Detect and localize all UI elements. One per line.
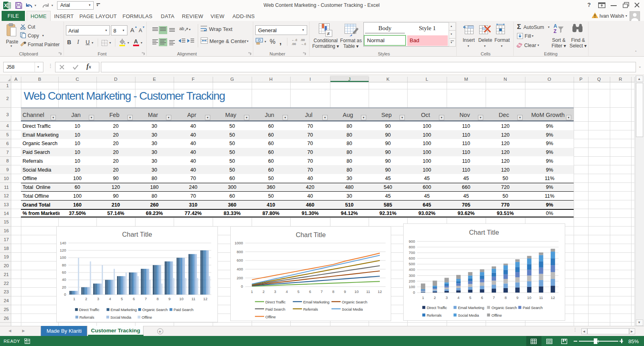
svg-text:900: 900 (409, 239, 415, 244)
svg-text:300: 300 (409, 273, 415, 278)
svg-text:800: 800 (409, 245, 415, 249)
svg-text:B: B (38, 77, 41, 82)
svg-text:4: 4 (457, 295, 459, 300)
svg-text:K: K (386, 77, 390, 82)
svg-text:9: 9 (344, 289, 346, 294)
svg-text:12: 12 (378, 289, 382, 294)
svg-text:1: 1 (73, 297, 75, 301)
svg-text:A: A (554, 23, 557, 29)
svg-text:200: 200 (237, 276, 243, 280)
svg-text:700: 700 (409, 250, 415, 255)
svg-text:7: 7 (6, 150, 9, 155)
svg-text:Referrals: Referrals (303, 307, 318, 311)
svg-text:120: 120 (60, 248, 66, 252)
svg-text:.00: .00 (300, 38, 305, 42)
svg-text:8: 8 (6, 158, 9, 163)
svg-text:X: X (4, 3, 8, 8)
svg-text:2: 2 (434, 295, 436, 300)
svg-text:11: 11 (366, 289, 370, 294)
svg-text:600: 600 (237, 258, 243, 262)
svg-text:100: 100 (60, 255, 66, 260)
svg-text:60: 60 (62, 270, 66, 274)
svg-text:8: 8 (505, 295, 507, 300)
svg-text:6: 6 (309, 289, 311, 294)
svg-text:H: H (269, 77, 273, 82)
svg-text:Email Marketing: Email Marketing (111, 307, 137, 312)
svg-text:200: 200 (409, 279, 415, 283)
svg-text:Paid Search: Paid Search (174, 307, 194, 312)
svg-text:25: 25 (4, 307, 9, 312)
svg-text:9: 9 (6, 167, 9, 172)
svg-text:16: 16 (4, 228, 9, 233)
svg-text:←.0: ←.0 (291, 38, 297, 42)
svg-text:500: 500 (409, 262, 415, 266)
svg-text:Direct Traffic: Direct Traffic (79, 307, 100, 312)
svg-text:3: 3 (97, 297, 99, 301)
svg-text:Offline: Offline (491, 313, 502, 317)
svg-text:I: I (310, 77, 311, 82)
svg-text:1: 1 (251, 289, 253, 294)
svg-text:.00: .00 (291, 42, 296, 46)
svg-text:7: 7 (321, 289, 323, 294)
svg-text:Offline: Offline (265, 315, 276, 319)
svg-text:Direct Traffic: Direct Traffic (427, 305, 447, 310)
svg-text:18: 18 (4, 246, 9, 251)
svg-text:10: 10 (355, 289, 359, 294)
svg-text:Offline: Offline (142, 315, 152, 319)
svg-text:20: 20 (62, 285, 66, 289)
svg-text:Paid Search: Paid Search (523, 305, 543, 310)
svg-text:7: 7 (493, 295, 495, 300)
svg-text:80: 80 (62, 263, 66, 267)
svg-text:Referrals: Referrals (427, 313, 441, 317)
svg-text:P: P (579, 77, 582, 82)
svg-text:N: N (504, 77, 507, 82)
svg-text:20: 20 (4, 263, 9, 268)
svg-text:3: 3 (274, 289, 276, 294)
svg-text:12: 12 (203, 297, 207, 301)
svg-text:15: 15 (4, 219, 9, 224)
svg-text:A: A (14, 77, 18, 82)
svg-text:Chart Title: Chart Title (296, 231, 326, 238)
svg-text:Organic Search: Organic Search (491, 305, 517, 310)
svg-text:Q: Q (597, 77, 601, 82)
svg-text:7: 7 (145, 297, 147, 301)
svg-text:4: 4 (286, 289, 288, 294)
svg-text:23: 23 (4, 289, 9, 294)
svg-text:800: 800 (237, 250, 243, 254)
svg-text:13: 13 (4, 202, 9, 207)
svg-text:Organic Search: Organic Search (142, 307, 168, 312)
svg-text:1000: 1000 (235, 241, 243, 245)
svg-text:≠: ≠ (327, 31, 330, 37)
svg-text:5: 5 (469, 295, 471, 300)
svg-text:26: 26 (4, 316, 9, 321)
svg-text:400: 400 (409, 267, 415, 272)
svg-text:10: 10 (4, 176, 9, 181)
svg-text:Email Marketing: Email Marketing (303, 300, 329, 304)
svg-text:O: O (548, 77, 551, 82)
svg-text:12: 12 (4, 193, 9, 198)
svg-text:3: 3 (6, 112, 9, 117)
svg-text:6: 6 (481, 295, 483, 300)
svg-text:0: 0 (64, 292, 66, 297)
svg-text:5: 5 (6, 132, 9, 137)
svg-text:M: M (464, 77, 468, 82)
svg-text:3: 3 (445, 295, 447, 300)
svg-text:5: 5 (297, 289, 299, 294)
svg-text:2: 2 (6, 96, 9, 101)
svg-text:2: 2 (263, 289, 265, 294)
svg-text:11: 11 (4, 185, 9, 190)
svg-text:9: 9 (168, 297, 170, 301)
svg-text:L: L (426, 77, 429, 82)
svg-text:G: G (230, 77, 234, 82)
svg-text:400: 400 (237, 267, 243, 271)
svg-text:4: 4 (6, 123, 9, 128)
svg-text:140: 140 (60, 241, 66, 245)
svg-text:11: 11 (191, 297, 195, 301)
svg-text:1: 1 (422, 295, 424, 300)
svg-text:Chart Title: Chart Title (122, 231, 152, 238)
svg-text:Direct Traffic: Direct Traffic (265, 300, 286, 304)
svg-text:11: 11 (539, 295, 543, 300)
svg-text:D: D (114, 77, 117, 82)
svg-text:R: R (619, 77, 622, 82)
svg-text:10: 10 (179, 297, 183, 301)
